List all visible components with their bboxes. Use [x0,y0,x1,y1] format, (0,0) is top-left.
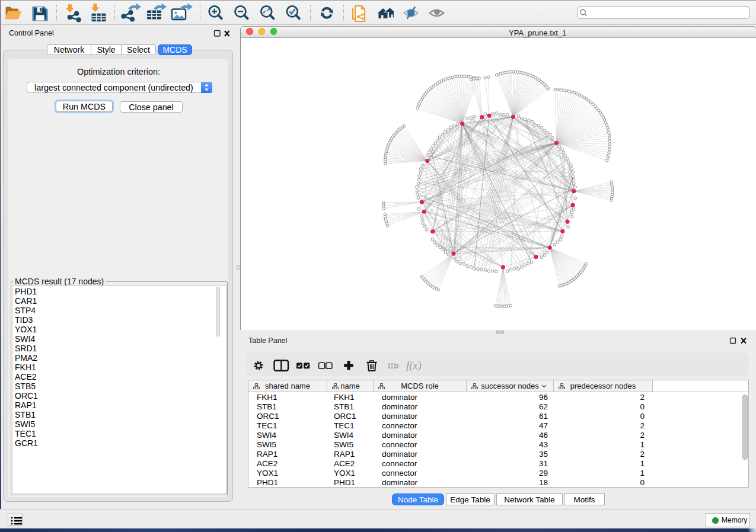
svg-text:f(x): f(x) [406,360,422,372]
